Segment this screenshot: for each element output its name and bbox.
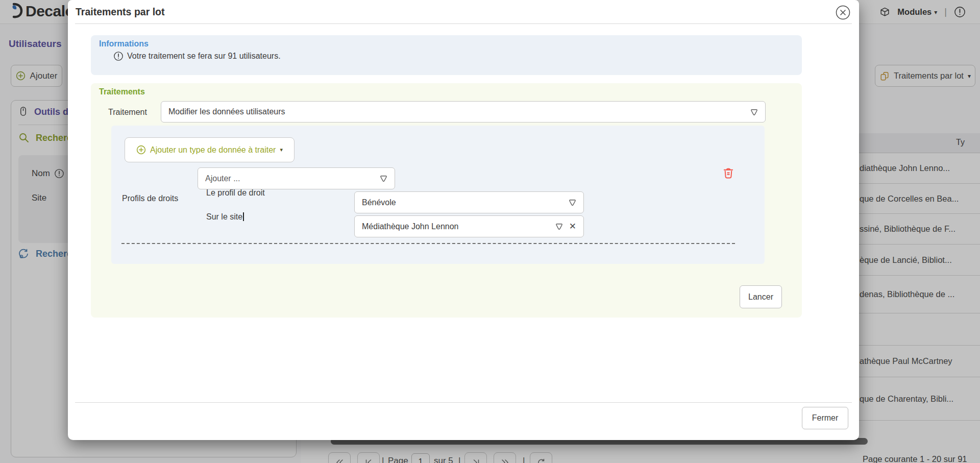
screen: Decalog Modules ▾ | Utilisateurs Ajouter — [0, 0, 980, 463]
add-data-type-button[interactable]: Ajouter un type de donnée à traiter ▾ — [125, 137, 295, 162]
launch-button-label: Lancer — [748, 293, 773, 302]
profile-row-label: Le profil de droit — [206, 188, 265, 198]
launch-button[interactable]: Lancer — [740, 285, 782, 308]
treatment-detail-panel: Ajouter un type de donnée à traiter ▾ Aj… — [111, 126, 765, 264]
site-row-label-text: Sur le site — [206, 212, 242, 221]
header-divider — [75, 23, 852, 24]
add-data-type-label: Ajouter un type de donnée à traiter — [150, 145, 276, 155]
site-select-value: Médiathèque John Lennon — [362, 222, 549, 231]
plus-circle-icon — [136, 145, 146, 155]
profiles-label: Profils de droits — [122, 194, 178, 203]
informations-message-row: Votre traitement se fera sur 91 utilisat… — [113, 51, 281, 61]
profile-select-value: Bénévole — [362, 198, 564, 207]
treatment-select[interactable]: Modifier les données utilisateurs — [161, 101, 766, 123]
text-cursor — [243, 212, 244, 221]
treatments-box: Traitements Traitement Modifier les donn… — [91, 83, 802, 318]
add-data-select-placeholder: Ajouter ... — [205, 174, 375, 183]
footer-divider — [75, 402, 852, 403]
treatment-label: Traitement — [108, 108, 147, 117]
add-data-select[interactable]: Ajouter ... — [198, 167, 395, 189]
chevron-down-icon — [569, 199, 576, 206]
close-button-label: Fermer — [812, 413, 839, 423]
informations-box: Informations Votre traitement se fera su… — [91, 35, 802, 75]
chevron-down-icon — [750, 108, 758, 116]
chevron-down-icon — [380, 175, 387, 182]
batch-processing-dialog: Traitements par lot Informations Votre t… — [68, 0, 859, 440]
trash-icon — [722, 166, 735, 180]
row-separator-dashed — [121, 243, 735, 244]
treatment-select-value: Modifier les données utilisateurs — [168, 107, 745, 116]
informations-header: Informations — [99, 39, 149, 48]
info-icon — [113, 51, 124, 61]
site-row-label: Sur le site — [206, 212, 244, 222]
treatments-header: Traitements — [99, 87, 145, 96]
close-dialog-button[interactable] — [836, 5, 850, 20]
dialog-title: Traitements par lot — [76, 6, 164, 18]
profile-select[interactable]: Bénévole — [354, 191, 584, 213]
site-select[interactable]: Médiathèque John Lennon ✕ — [354, 215, 584, 237]
delete-data-type-button[interactable] — [722, 166, 735, 180]
chevron-down-icon: ▾ — [280, 147, 283, 153]
close-icon — [836, 5, 850, 20]
close-button[interactable]: Fermer — [802, 407, 848, 429]
informations-message: Votre traitement se fera sur 91 utilisat… — [127, 52, 281, 61]
chevron-down-icon — [555, 223, 563, 230]
clear-site-icon[interactable]: ✕ — [569, 221, 576, 232]
